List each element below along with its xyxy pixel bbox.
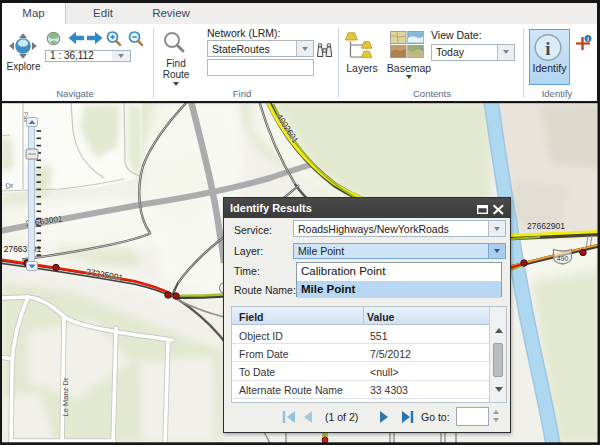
svg-text:Le Manz Dr: Le Manz Dr <box>61 377 70 416</box>
svg-text:27662901: 27662901 <box>527 221 565 231</box>
svg-text:490: 490 <box>557 255 569 262</box>
svg-text:27663101: 27663101 <box>4 244 42 254</box>
svg-text:i: i <box>545 38 550 59</box>
